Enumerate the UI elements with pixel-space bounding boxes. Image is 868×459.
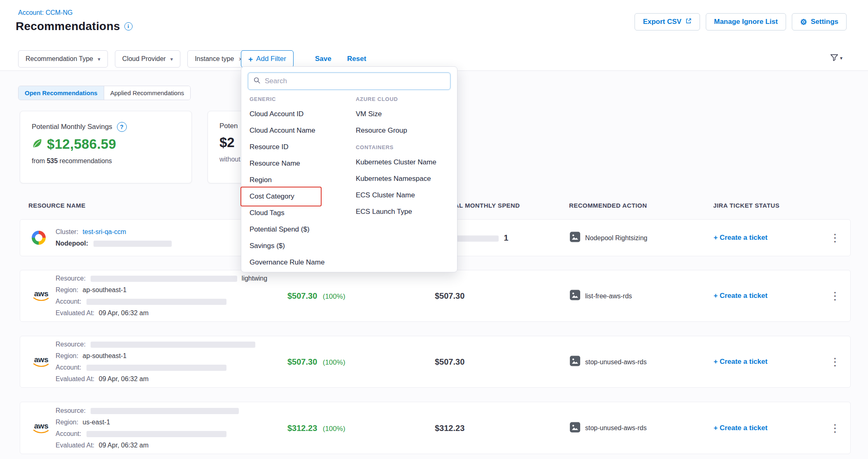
account-breadcrumb-link[interactable]: Account: CCM-NG [18, 9, 72, 16]
savings-percent: (100%) [323, 424, 345, 432]
jira-cell: + Create a ticket [714, 424, 768, 432]
recommended-action-cell: Nodepool Rightsizing [569, 232, 647, 244]
filter-option-cost-category[interactable]: Cost Category [250, 188, 356, 205]
settings-label: Settings [811, 18, 838, 26]
filter-search-box[interactable] [248, 73, 450, 90]
savings-amount-row: $12,586.59 [31, 136, 191, 152]
recommended-action-cell: stop-unused-aws-rds [569, 356, 646, 368]
recommendation-action-icon [569, 356, 581, 368]
export-csv-label: Export CSV [643, 18, 681, 26]
spend-value: $507.30 [435, 291, 464, 300]
region-value: us-east-1 [83, 419, 110, 426]
create-ticket-link[interactable]: + Create a ticket [714, 424, 768, 432]
table-row[interactable]: aws Resource: lightwing Region: ap-south… [20, 270, 851, 322]
redacted-value [93, 241, 172, 247]
filter-panel-button[interactable]: ▾ [830, 53, 842, 63]
filter-option-governance-rule-name[interactable]: Governance Rule Name [250, 254, 356, 271]
filter-option-kubernetes-namespace[interactable]: Kubernetes Namespace [356, 171, 454, 187]
table-row[interactable]: aws Resource: Region: ap-southeast-1 Acc… [20, 336, 851, 388]
resource-label: Resource: [56, 407, 86, 414]
gcp-icon [32, 231, 46, 245]
savings-subtext: from 535 recommendations [32, 157, 191, 165]
table-row[interactable]: aws Resource: Region: us-east-1 Account:… [20, 402, 851, 454]
region-value: ap-southeast-1 [83, 352, 127, 359]
recommendation-action-icon [569, 232, 581, 244]
row-menu: ⋮ [830, 356, 840, 368]
reset-filter-button[interactable]: Reset [347, 50, 366, 68]
redacted-value [86, 431, 226, 437]
resource-label: Resource: [56, 341, 86, 348]
section-heading-generic: GENERIC [250, 91, 356, 106]
search-icon [253, 77, 261, 86]
export-csv-button[interactable]: Export CSV [635, 13, 700, 30]
recommendation-action-icon [569, 290, 581, 302]
filter-option-cloud-account-name[interactable]: Cloud Account Name [250, 122, 356, 139]
chip-label: Cloud Provider [122, 55, 166, 63]
help-icon[interactable]: ? [117, 122, 127, 132]
filter-option-cloud-account-id[interactable]: Cloud Account ID [250, 106, 356, 122]
row-menu: ⋮ [830, 422, 840, 434]
page-title-row: Recommendations i [16, 20, 133, 33]
create-ticket-link[interactable]: + Create a ticket [714, 234, 768, 241]
recommendations-page: Account: CCM-NG Recommendations i Export… [0, 0, 868, 459]
filter-column-cloud: AZURE CLOUD VM Size Resource Group CONTA… [356, 91, 454, 270]
redacted-value [91, 342, 255, 348]
recommended-action-cell: list-free-aws-rds [569, 290, 632, 302]
filter-search-input[interactable] [265, 77, 445, 85]
tab-applied-recommendations[interactable]: Applied Recommendations [104, 86, 190, 100]
evaluated-at-label: Evaluated At: [56, 375, 94, 382]
savings-value: $312.23 [287, 423, 317, 432]
add-filter-button[interactable]: + Add Filter [241, 50, 294, 68]
filter-option-vm-size[interactable]: VM Size [356, 106, 454, 122]
recommended-action-label: list-free-aws-rds [585, 292, 632, 300]
kebab-menu-icon[interactable]: ⋮ [830, 232, 840, 244]
recommended-action-cell: stop-unused-aws-rds [569, 422, 646, 434]
column-resource-name: RESOURCE NAME [28, 202, 86, 209]
filter-option-resource-group[interactable]: Resource Group [356, 122, 454, 139]
savings-percent: (100%) [323, 358, 345, 366]
column-jira-ticket-status: JIRA TICKET STATUS [713, 202, 779, 209]
filter-option-potential-spend[interactable]: Potential Spend ($) [250, 221, 356, 238]
monthly-savings-cell: $507.30 (100%) [287, 291, 345, 301]
filter-option-region[interactable]: Region [250, 172, 356, 188]
filter-chip-cloud-provider[interactable]: Cloud Provider ▾ [115, 50, 180, 68]
kebab-menu-icon[interactable]: ⋮ [830, 290, 840, 302]
create-ticket-link[interactable]: + Create a ticket [714, 358, 768, 365]
info-icon[interactable]: i [124, 22, 133, 30]
filter-option-label: Cost Category [250, 192, 294, 201]
chevron-down-icon: ▾ [98, 56, 100, 62]
tab-open-recommendations[interactable]: Open Recommendations [19, 86, 104, 100]
add-filter-dropdown: GENERIC Cloud Account ID Cloud Account N… [241, 66, 457, 272]
filter-option-resource-name[interactable]: Resource Name [250, 155, 356, 172]
filter-option-columns: GENERIC Cloud Account ID Cloud Account N… [250, 91, 454, 270]
filter-option-cloud-tags[interactable]: Cloud Tags [250, 205, 356, 221]
savings-subtext-prefix: from [32, 157, 45, 164]
chevron-down-icon: ▾ [840, 55, 842, 61]
cluster-name-link[interactable]: test-sri-qa-ccm [83, 228, 126, 235]
filter-option-ecs-launch-type[interactable]: ECS Launch Type [356, 204, 454, 220]
save-filter-button[interactable]: Save [315, 50, 331, 68]
evaluated-at-label: Evaluated At: [56, 309, 94, 316]
redacted-value [86, 365, 226, 371]
create-ticket-link[interactable]: + Create a ticket [714, 292, 768, 300]
filter-option-ecs-cluster-name[interactable]: ECS Cluster Name [356, 187, 454, 204]
resource-details: Resource: lightwing Region: ap-southeast… [56, 273, 267, 319]
filter-option-savings[interactable]: Savings ($) [250, 238, 356, 254]
page-title: Recommendations [16, 20, 120, 33]
filter-option-kubernetes-cluster-name[interactable]: Kubernetes Cluster Name [356, 154, 454, 171]
section-heading-containers: CONTAINERS [356, 139, 454, 154]
redacted-value [91, 408, 239, 414]
manage-ignore-list-button[interactable]: Manage Ignore List [706, 13, 786, 30]
settings-button[interactable]: ⚙ Settings [792, 13, 847, 30]
filter-option-resource-id[interactable]: Resource ID [250, 139, 356, 155]
kebab-menu-icon[interactable]: ⋮ [830, 356, 840, 368]
account-label: Account: [56, 430, 81, 437]
nodepool-label: Nodepool: [56, 240, 88, 247]
filter-chip-recommendation-type[interactable]: Recommendation Type ▾ [18, 50, 108, 68]
kebab-menu-icon[interactable]: ⋮ [830, 422, 840, 434]
savings-leaf-icon [31, 137, 43, 151]
resource-name-partial: lightwing [242, 275, 267, 282]
resource-details: Cluster: test-sri-qa-ccm Nodepool: [56, 226, 172, 249]
recommended-action-label: Nodepool Rightsizing [585, 234, 647, 241]
recommendations-tabs: Open Recommendations Applied Recommendat… [18, 86, 191, 100]
